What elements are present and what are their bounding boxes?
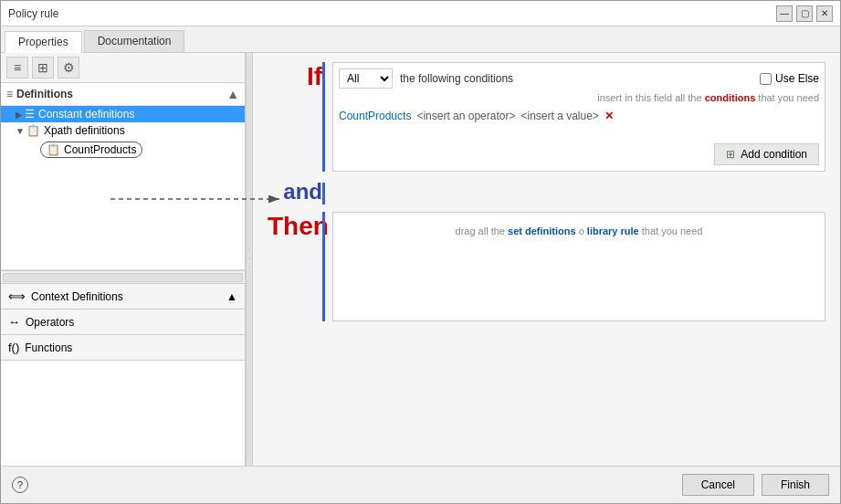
context-definitions-header[interactable]: ⟺ Context Definitions ▲	[1, 284, 245, 309]
and-blue-line	[322, 183, 325, 205]
add-condition-icon: ⊞	[726, 148, 735, 161]
functions-label: Functions	[25, 341, 72, 354]
help-button[interactable]: ?	[12, 477, 28, 493]
condition-hint: insert in this field all the conditions …	[339, 92, 819, 103]
if-content: All Any None the following conditions Us…	[332, 62, 825, 172]
operators-header[interactable]: ↔ Operators	[1, 310, 245, 334]
footer: ? Cancel Finish	[1, 466, 840, 503]
condition-operator[interactable]: <insert an operator>	[416, 110, 515, 122]
all-dropdown[interactable]: All Any None	[339, 68, 393, 89]
title-bar: Policy rule — ▢ ✕	[1, 1, 840, 26]
then-blue-line	[322, 212, 325, 321]
then-content: drag all the set definitions o library r…	[332, 212, 825, 321]
xpath-definitions-label: Xpath definitions	[44, 124, 125, 137]
functions-header[interactable]: f() Functions	[1, 335, 245, 360]
collapse-definitions-btn[interactable]: ▲	[226, 87, 239, 101]
constant-definitions-label: Constant definitions	[38, 108, 134, 121]
condition-name[interactable]: CountProducts	[339, 110, 411, 122]
use-else-container: Use Else	[760, 72, 819, 85]
then-label: Then	[268, 212, 322, 321]
xpath-expand-icon: ▼	[16, 126, 25, 136]
context-collapse-icon: ▲	[226, 290, 237, 303]
context-definitions-header-left: ⟺ Context Definitions	[8, 289, 123, 303]
hint-prefix: insert in this field all the	[597, 92, 701, 103]
add-condition-area: ⊞ Add condition	[339, 138, 819, 165]
constant-expand-icon: ▶	[16, 110, 23, 120]
then-hint-middle: o	[579, 226, 584, 236]
tree-header: ≡ Definitions ▲	[1, 83, 245, 106]
count-products-item[interactable]: 📋 CountProducts	[40, 142, 142, 158]
tab-documentation[interactable]: Documentation	[84, 30, 185, 52]
functions-section: f() Functions	[1, 335, 245, 361]
context-definitions-label: Context Definitions	[31, 290, 123, 303]
definitions-label: Definitions	[16, 88, 73, 100]
tree-item-constant-definitions[interactable]: ▶ ☰ Constant definitions	[1, 106, 245, 122]
then-hint-highlight1: set definitions	[508, 226, 576, 236]
tree-item-count-products-row[interactable]: 📋 CountProducts	[1, 139, 245, 161]
table-toolbar-btn[interactable]: ⊞	[32, 57, 54, 79]
if-label: If	[268, 62, 322, 172]
and-label: and	[268, 179, 322, 205]
operators-icon: ↔	[8, 315, 20, 329]
tabs-bar: Properties Documentation	[1, 26, 840, 53]
finish-button[interactable]: Finish	[762, 474, 829, 496]
hint-suffix: that you need	[758, 92, 819, 103]
operators-section: ↔ Operators	[1, 310, 245, 335]
title-bar-controls: — ▢ ✕	[776, 5, 833, 22]
then-hint: drag all the set definitions o library r…	[339, 226, 819, 236]
policy-rule-window: Policy rule — ▢ ✕ Properties Documentati…	[0, 0, 841, 504]
gear-toolbar-btn[interactable]: ⚙	[58, 57, 79, 79]
context-definitions-section: ⟺ Context Definitions ▲	[1, 284, 245, 310]
then-hint-highlight2: library rule	[587, 226, 639, 236]
add-condition-button[interactable]: ⊞ Add condition	[714, 143, 819, 165]
count-products-icon: 📋	[47, 143, 60, 156]
and-row: and	[268, 179, 825, 205]
delete-condition-btn[interactable]: ✕	[604, 110, 614, 122]
hint-highlight: conditions	[705, 92, 756, 103]
operators-label: Operators	[26, 316, 74, 329]
condition-header-left: All Any None the following conditions	[339, 68, 513, 89]
use-else-checkbox[interactable]	[760, 73, 772, 85]
condition-box: All Any None the following conditions Us…	[332, 62, 825, 172]
context-icon: ⟺	[8, 289, 26, 303]
tab-properties[interactable]: Properties	[5, 31, 82, 53]
content-area: ≡ ⊞ ⚙ ≡ Definitions ▲ ▶ ☰ Constant defin…	[1, 53, 840, 466]
operators-header-left: ↔ Operators	[8, 315, 74, 329]
use-else-label: Use Else	[775, 72, 819, 85]
list-toolbar-btn[interactable]: ≡	[6, 57, 28, 79]
condition-value[interactable]: <insert a value>	[520, 110, 598, 122]
left-toolbar: ≡ ⊞ ⚙	[1, 53, 245, 83]
right-panel: If All Any None the followin	[253, 53, 840, 466]
condition-header: All Any None the following conditions Us…	[339, 68, 819, 89]
if-section: If All Any None the followin	[268, 62, 825, 172]
window-title: Policy rule	[8, 7, 58, 20]
bottom-sections: ⟺ Context Definitions ▲ ↔ Operators	[1, 283, 245, 361]
then-hint-suffix: that you need	[642, 226, 703, 236]
constant-icon: ☰	[25, 108, 35, 121]
horizontal-scrollbar[interactable]	[1, 270, 245, 283]
functions-header-left: f() Functions	[8, 341, 72, 354]
xpath-icon: 📋	[26, 124, 40, 137]
count-products-label: CountProducts	[64, 143, 136, 156]
left-panel: ≡ ⊞ ⚙ ≡ Definitions ▲ ▶ ☰ Constant defin…	[1, 53, 246, 466]
tree-scroll-area[interactable]: ▶ ☰ Constant definitions ▼ 📋 Xpath defin…	[1, 106, 245, 270]
list-icon: ≡	[6, 88, 13, 100]
condition-row: CountProducts <insert an operator> <inse…	[339, 107, 819, 125]
cancel-button[interactable]: Cancel	[682, 474, 754, 496]
following-conditions-text: the following conditions	[400, 72, 513, 85]
h-scrollbar-thumb[interactable]	[3, 273, 243, 282]
then-section: Then drag all the set definitions o libr…	[268, 212, 825, 321]
then-hint-prefix: drag all the	[456, 226, 505, 236]
close-button[interactable]: ✕	[816, 5, 833, 22]
add-condition-label: Add condition	[741, 148, 807, 161]
functions-icon: f()	[8, 341, 19, 354]
if-blue-line	[322, 62, 325, 172]
footer-right: Cancel Finish	[682, 474, 829, 496]
minimize-button[interactable]: —	[776, 5, 793, 22]
then-box: drag all the set definitions o library r…	[332, 212, 825, 321]
tree-item-xpath-definitions[interactable]: ▼ 📋 Xpath definitions	[1, 122, 245, 139]
footer-left: ?	[12, 474, 28, 496]
panel-divider[interactable]: · · ·	[246, 53, 253, 466]
maximize-button[interactable]: ▢	[796, 5, 813, 22]
tree-empty-space	[1, 161, 245, 270]
